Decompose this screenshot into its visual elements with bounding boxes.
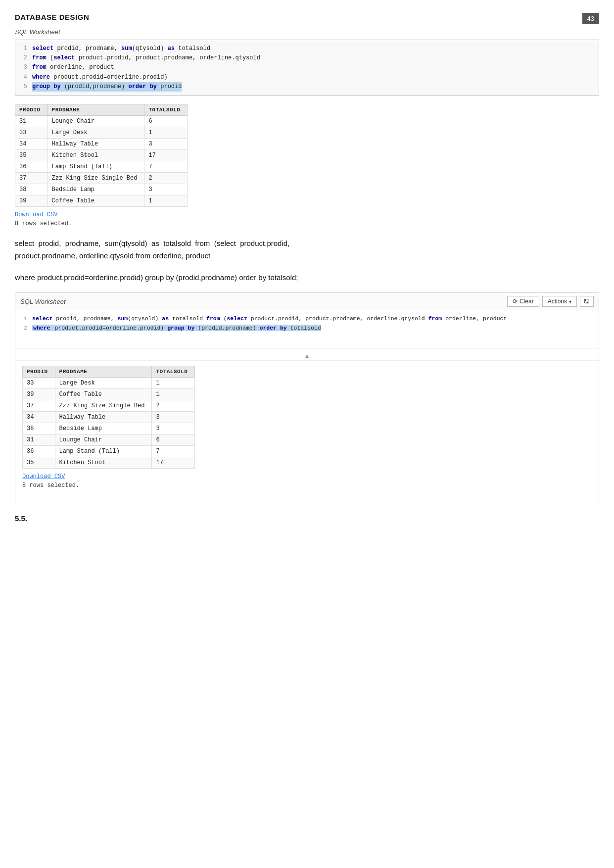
first-result-table: PRODID PRODNAME TOTALSOLD 31Lounge Chair… <box>15 104 188 207</box>
prose-line3: where product.prodid=orderline.prodid) g… <box>15 271 599 284</box>
editor-divider <box>15 348 599 348</box>
table-row: 31Lounge Chair6 <box>15 115 188 127</box>
second-result-table: PRODID PRODNAME TOTALSOLD 33Large Desk13… <box>22 366 195 469</box>
sql-line-1: 1 select prodid, prodname, sum(qtysold) … <box>20 44 594 53</box>
table-row: 35Kitchen Stool17 <box>23 457 195 469</box>
first-sql-editor[interactable]: 1 select prodid, prodname, sum(qtysold) … <box>15 40 599 96</box>
prose-line1: select prodid, prodname, sum(qtysold) as… <box>15 239 289 247</box>
table-row: 39Coffee Table1 <box>15 195 188 206</box>
sql-line-5: 5 group by (prodid,prodname) order by pr… <box>20 82 594 92</box>
page-number: 43 <box>582 13 599 24</box>
second-worksheet-container: SQL Worksheet ⟳ Clear Actions ▾ 🖫 1 sele… <box>15 292 599 504</box>
col2-prodname: PRODNAME <box>55 366 152 378</box>
table-row: 38Bedside Lamp3 <box>23 423 195 434</box>
second-sql-line-1: 1 select prodid, prodname, sum(qtysold) … <box>20 314 594 323</box>
sql-line-4: 4 where product.prodid=orderline.prodid) <box>20 73 594 82</box>
section-title: DATABASE DESIGN <box>15 13 599 21</box>
scroll-indicator: ▲ <box>15 351 599 360</box>
second-sql-line-2: 2 where product.prodid=orderline.prodid)… <box>20 324 594 333</box>
table-row: 36Lamp Stand (Tall)7 <box>15 161 188 172</box>
actions-label: Actions <box>548 298 567 305</box>
toolbar-buttons: ⟳ Clear Actions ▾ 🖫 <box>507 296 594 307</box>
second-result-box: PRODID PRODNAME TOTALSOLD 33Large Desk13… <box>15 360 599 504</box>
table-row: 34Hallway Table3 <box>23 412 195 423</box>
clear-icon: ⟳ <box>513 298 518 305</box>
actions-chevron-icon: ▾ <box>569 299 571 304</box>
first-result-container: PRODID PRODNAME TOTALSOLD 31Lounge Chair… <box>15 104 599 227</box>
table-row: 37Zzz King Size Single Bed2 <box>15 172 188 184</box>
table-row: 35Kitchen Stool17 <box>15 149 188 161</box>
actions-button[interactable]: Actions ▾ <box>542 296 577 307</box>
save-button[interactable]: 🖫 <box>580 296 594 307</box>
table-row: 39Coffee Table1 <box>23 389 195 400</box>
clear-button[interactable]: ⟳ Clear <box>507 296 539 307</box>
table-row: 33Large Desk1 <box>15 127 188 138</box>
col-prodid: PRODID <box>15 104 48 115</box>
sql-line-3: 3 from orderline, product <box>20 63 594 72</box>
clear-label: Clear <box>520 298 534 305</box>
table-row: 33Large Desk1 <box>23 378 195 389</box>
prose-line2: product.prodname, orderline.qtysold from… <box>15 251 210 260</box>
table-row: 31Lounge Chair6 <box>23 434 195 446</box>
table-row: 38Bedside Lamp3 <box>15 184 188 195</box>
table-row: 34Hallway Table3 <box>15 138 188 149</box>
footer-number: 5.5. <box>15 514 599 523</box>
page-wrapper: 43 DATABASE DESIGN SQL Worksheet 1 selec… <box>15 13 599 523</box>
col2-prodid: PRODID <box>23 366 55 378</box>
second-sql-editor[interactable]: 1 select prodid, prodname, sum(qtysold) … <box>15 310 599 345</box>
second-worksheet-toolbar: SQL Worksheet ⟳ Clear Actions ▾ 🖫 <box>15 293 599 310</box>
table-row: 36Lamp Stand (Tall)7 <box>23 446 195 457</box>
sql-line-2: 2 from (select product.prodid, product.p… <box>20 53 594 63</box>
second-worksheet-label: SQL Worksheet <box>20 298 66 305</box>
col2-totalsold: TOTALSOLD <box>152 366 195 378</box>
col-prodname: PRODNAME <box>47 104 144 115</box>
second-rows-selected: 8 rows selected. <box>22 482 592 489</box>
table-row: 37Zzz King Size Single Bed2 <box>23 400 195 412</box>
first-download-csv[interactable]: Download CSV <box>15 211 57 218</box>
first-worksheet-label: SQL Worksheet <box>15 28 599 36</box>
first-rows-selected: 8 rows selected. <box>15 220 599 227</box>
prose-block: select prodid, prodname, sum(qtysold) as… <box>15 237 599 262</box>
second-download-csv[interactable]: Download CSV <box>22 473 65 480</box>
save-icon: 🖫 <box>584 298 590 305</box>
col-totalsold: TOTALSOLD <box>144 104 188 115</box>
